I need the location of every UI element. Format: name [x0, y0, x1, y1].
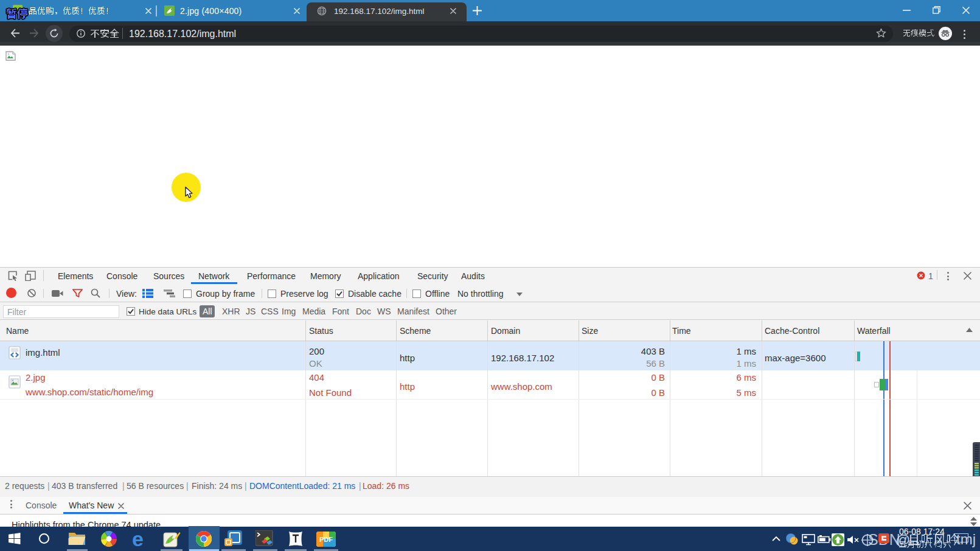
svg-text:PDF: PDF [319, 536, 333, 543]
